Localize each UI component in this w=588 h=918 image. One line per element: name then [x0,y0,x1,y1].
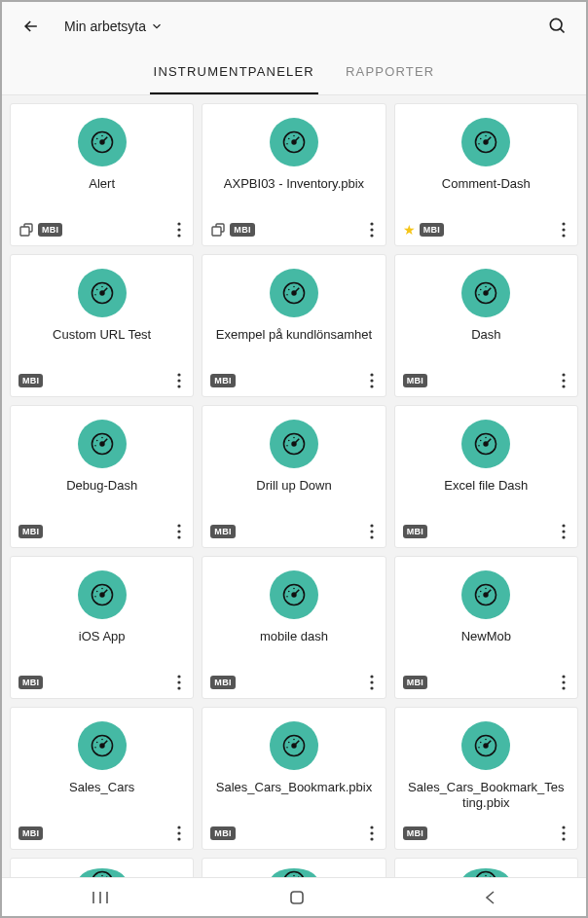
card-more-button[interactable] [171,220,187,239]
mbi-badge: MBI [18,525,43,538]
card-footer: MBI [403,673,571,692]
card-more-button[interactable] [556,220,571,239]
dashboard-card[interactable]: mobile dashMBI [202,556,386,699]
card-more-button[interactable] [556,522,571,541]
svg-point-114 [94,747,96,749]
more-vertical-icon [177,826,181,841]
card-more-button[interactable] [364,220,380,239]
svg-point-56 [562,385,565,387]
card-badges: MBI [18,826,43,840]
svg-point-107 [486,588,488,590]
card-more-button[interactable] [171,673,187,692]
card-badges: MBI [210,525,235,538]
svg-point-96 [286,596,288,598]
svg-line-41 [294,288,299,293]
card-badges: MBI [403,525,427,538]
card-title: iOS App [75,629,129,644]
svg-point-62 [101,437,103,439]
card-icon-circle [270,721,318,770]
header: Min arbetsyta [2,2,586,51]
svg-point-132 [479,747,481,749]
svg-line-104 [486,590,491,595]
dashboard-card[interactable]: Drill up DownMBI [202,405,386,548]
card-icon-circle [461,721,510,770]
svg-point-15 [288,138,290,140]
svg-point-109 [562,680,565,683]
gauge-icon [280,732,308,759]
svg-line-77 [486,439,491,444]
mbi-badge: MBI [210,676,235,689]
svg-line-95 [294,590,299,595]
card-more-button[interactable] [171,522,187,541]
card-more-button[interactable] [556,371,571,390]
svg-point-53 [486,286,488,288]
svg-rect-7 [20,227,29,236]
dashboard-card[interactable]: Sales_Cars_Bookmark_Testing.pbixMBI [394,707,578,850]
svg-rect-159 [291,892,303,903]
tab-reports[interactable]: RAPPORTER [342,51,438,94]
svg-point-19 [370,228,373,231]
card-footer: MBI [403,371,571,390]
card-more-button[interactable] [171,824,187,843]
dashboard-card[interactable]: Sales_Cars_Bookmark.pbixMBI [202,707,386,850]
more-vertical-icon [562,373,566,388]
svg-point-74 [370,535,373,538]
workspace-dropdown[interactable]: Min arbetsyta [64,18,164,34]
svg-point-18 [370,222,373,225]
svg-point-82 [562,530,565,532]
dashboard-card[interactable]: iOS AppMBI [10,556,194,699]
dashboard-card[interactable]: Exempel på kundlönsamhetMBI [202,254,386,397]
more-vertical-icon [562,524,566,539]
dashboard-card[interactable]: DashMBI [394,254,578,397]
svg-point-83 [562,535,565,538]
svg-point-155 [486,875,488,877]
card-title: mobile dash [256,629,332,644]
svg-point-35 [101,286,103,288]
nav-recents-button[interactable] [71,882,129,913]
card-more-button[interactable] [364,371,380,390]
dashboard-card[interactable]: NewMobMBI [394,556,578,699]
card-badges: MBI [18,676,43,689]
mbi-badge: MBI [210,525,235,538]
mbi-badge: MBI [403,826,427,840]
svg-point-92 [178,686,181,689]
dashboard-card[interactable]: Sales_CarsMBI [10,707,194,850]
svg-point-90 [178,675,181,678]
card-more-button[interactable] [364,673,380,692]
svg-point-137 [562,837,565,840]
card-more-button[interactable] [556,673,571,692]
back-button[interactable] [18,13,45,40]
svg-point-128 [370,837,373,840]
card-more-button[interactable] [364,824,380,843]
svg-point-149 [293,875,295,877]
tab-dashboards[interactable]: INSTRUMENTPANELER [150,51,318,94]
svg-point-43 [288,289,290,291]
svg-point-123 [286,747,288,749]
card-title: Drill up Down [252,478,335,494]
svg-point-46 [370,379,373,382]
svg-point-127 [370,831,373,834]
dashboard-card[interactable]: Alert MBI [10,103,194,246]
svg-point-9 [178,228,181,231]
share-badge [210,222,226,238]
more-vertical-icon [177,373,181,388]
dashboard-card[interactable]: Excel file DashMBI [394,405,578,548]
search-button[interactable] [543,12,570,42]
card-more-button[interactable] [171,371,187,390]
card-icon-circle [270,570,318,619]
svg-point-45 [370,373,373,376]
nav-home-button[interactable] [269,881,325,914]
nav-back-button[interactable] [464,882,517,913]
dashboard-card[interactable]: Custom URL TestMBI [10,254,194,397]
card-footer: MBI [403,824,571,843]
card-more-button[interactable] [556,824,571,843]
dashboard-card[interactable]: Comment-Dash★MBI [394,103,578,246]
gauge-icon [89,129,116,156]
svg-point-24 [479,143,481,145]
svg-line-59 [102,439,107,444]
dashboard-card[interactable]: AXPBI03 - Inventory.pbix MBI [202,103,386,246]
gauge-icon [472,732,499,759]
svg-point-16 [293,135,295,137]
dashboard-card[interactable]: Debug-DashMBI [10,405,194,548]
card-more-button[interactable] [364,522,380,541]
